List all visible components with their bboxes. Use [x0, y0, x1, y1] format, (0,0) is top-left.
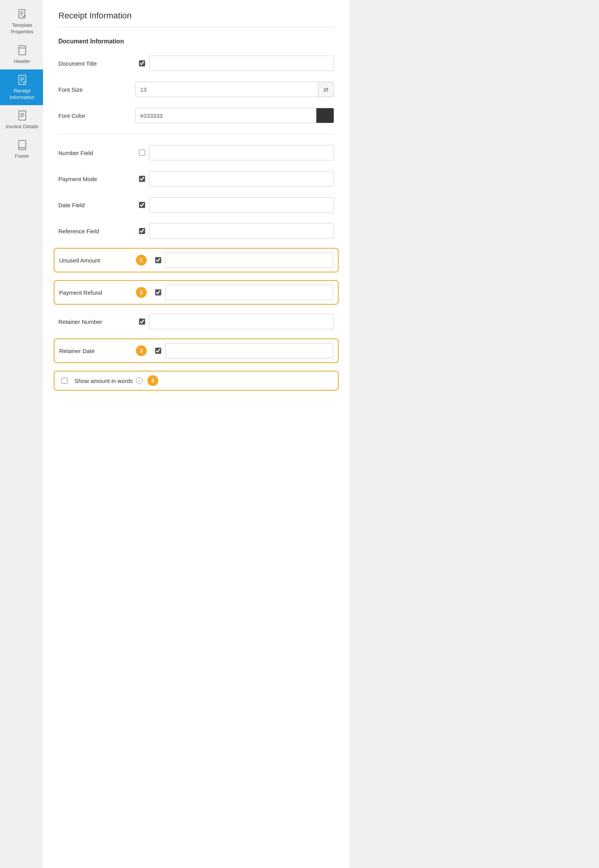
reference-field-checkbox[interactable] — [139, 228, 145, 234]
document-title-label: Document Title — [58, 60, 135, 67]
sidebar-label-template-properties: Template Properties — [4, 22, 40, 35]
svg-rect-10 — [19, 111, 26, 120]
sidebar-item-template-properties[interactable]: Template Properties — [0, 4, 43, 40]
show-amount-checkbox-area — [59, 378, 70, 384]
date-field-input[interactable]: Payment Date — [149, 197, 334, 213]
retainer-number-row: Retainer Number Retainer# — [58, 312, 334, 331]
retainer-number-input[interactable]: Retainer# — [149, 314, 334, 329]
font-color-label: Font Color — [58, 112, 135, 119]
retainer-number-label: Retainer Number — [58, 318, 135, 325]
svg-rect-0 — [19, 10, 25, 18]
sidebar-label-receipt-information: Receipt Information — [4, 88, 40, 101]
document-title-checkbox[interactable] — [139, 60, 145, 66]
show-amount-text: Show amount in words i — [74, 377, 143, 384]
receipt-information-icon — [17, 74, 28, 86]
payment-mode-checkbox-area — [135, 176, 149, 182]
retainer-number-checkbox-area — [135, 318, 149, 325]
date-field-label: Date Field — [58, 202, 135, 208]
document-title-input[interactable]: RETAINER PAYMENT RECEI — [149, 56, 334, 71]
font-color-input-wrap — [135, 108, 334, 123]
number-field-label: Number Field — [58, 150, 135, 156]
payment-mode-checkbox[interactable] — [139, 176, 145, 182]
retainer-number-checkbox[interactable] — [139, 318, 145, 325]
sidebar-label-footer: Footer — [15, 153, 30, 160]
sidebar-label-header: Header — [14, 58, 30, 65]
unused-amount-input[interactable]: Unused Amount — [165, 252, 333, 268]
show-amount-badge: 4 — [147, 375, 158, 386]
payment-refund-input[interactable]: Payment Refund — [165, 285, 333, 300]
payment-refund-checkbox[interactable] — [155, 289, 161, 295]
footer-icon — [17, 139, 28, 152]
show-amount-label: Show amount in words — [74, 378, 133, 384]
sidebar-item-header[interactable]: Header — [0, 40, 43, 69]
payment-mode-input[interactable]: Payment Mode — [149, 171, 334, 186]
date-field-row: Date Field Payment Date — [58, 196, 334, 214]
payment-refund-badge: 2 — [136, 287, 147, 298]
template-properties-icon — [17, 8, 28, 21]
reference-field-label: Reference Field — [58, 228, 135, 234]
unused-amount-label: Unused Amount — [59, 257, 136, 264]
font-color-row: Font Color — [58, 106, 334, 125]
payment-mode-label: Payment Mode — [58, 176, 135, 182]
payment-refund-label: Payment Refund — [59, 289, 136, 296]
svg-rect-4 — [19, 46, 26, 55]
number-field-input[interactable]: Payment# — [149, 145, 334, 160]
unused-amount-checkbox[interactable] — [155, 257, 161, 263]
font-size-input[interactable] — [135, 82, 318, 97]
retainer-date-badge: 3 — [136, 345, 147, 356]
color-swatch[interactable] — [316, 108, 334, 123]
retainer-date-checkbox[interactable] — [155, 348, 161, 354]
payment-refund-row: Payment Refund 2 Payment Refund — [54, 280, 339, 305]
unused-amount-checkbox-area — [151, 257, 165, 263]
reference-field-input[interactable]: Reference Number — [149, 223, 334, 239]
unused-amount-row: Unused Amount 1 Unused Amount — [54, 248, 339, 272]
info-icon[interactable]: i — [136, 377, 143, 384]
svg-rect-6 — [19, 75, 26, 84]
font-size-row: Font Size pt — [58, 80, 334, 99]
date-field-checkbox-area — [135, 202, 149, 208]
reference-field-row: Reference Field Reference Number — [58, 222, 334, 240]
font-size-input-wrap: pt — [135, 82, 334, 97]
pt-label: pt — [318, 82, 334, 97]
number-field-checkbox-area — [135, 150, 149, 156]
unused-amount-badge: 1 — [136, 255, 147, 266]
sidebar-label-invoice-details: Invoice Details — [6, 124, 38, 130]
retainer-date-input[interactable]: Retainer Date — [165, 343, 333, 358]
document-title-row: Document Title RETAINER PAYMENT RECEI — [58, 54, 334, 73]
number-field-checkbox[interactable] — [139, 150, 145, 156]
retainer-date-label: Retainer Date — [59, 348, 136, 354]
date-field-checkbox[interactable] — [139, 202, 145, 208]
sidebar-item-footer[interactable]: Footer — [0, 135, 43, 164]
sidebar-item-receipt-information[interactable]: Receipt Information — [0, 69, 43, 106]
retainer-date-row: Retainer Date 3 Retainer Date — [54, 338, 339, 363]
retainer-date-checkbox-area — [151, 348, 165, 354]
svg-rect-14 — [19, 140, 26, 150]
invoice-details-icon — [17, 110, 28, 122]
payment-mode-row: Payment Mode Payment Mode — [58, 170, 334, 188]
document-title-checkbox-area — [135, 60, 149, 66]
sidebar: Template Properties Header Receipt Infor… — [0, 0, 43, 868]
page-title: Receipt Information — [58, 11, 334, 27]
section-title: Document Information — [58, 38, 334, 45]
show-amount-row: Show amount in words i 4 — [54, 371, 339, 391]
sidebar-item-invoice-details[interactable]: Invoice Details — [0, 105, 43, 135]
show-amount-checkbox[interactable] — [61, 378, 68, 384]
font-color-input[interactable] — [135, 108, 316, 123]
header-icon — [17, 45, 28, 57]
payment-refund-checkbox-area — [151, 289, 165, 295]
font-size-label: Font Size — [58, 86, 135, 93]
number-field-row: Number Field Payment# — [58, 144, 334, 162]
divider-1 — [58, 134, 334, 134]
reference-field-checkbox-area — [135, 228, 149, 234]
main-content: Receipt Information Document Information… — [43, 0, 349, 868]
